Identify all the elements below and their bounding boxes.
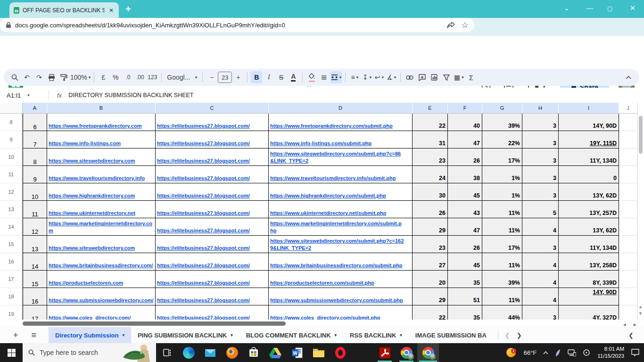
format-currency-button[interactable]: £	[98, 71, 109, 83]
cell-e11[interactable]: 24	[413, 166, 448, 183]
increase-decimal-button[interactable]: .00	[134, 71, 146, 83]
print-icon[interactable]	[46, 71, 57, 83]
cell-d10[interactable]: https://www.siteswebdirectory.com/submit…	[269, 148, 413, 166]
temperature-label[interactable]: 66°F	[524, 349, 537, 356]
cell-j17[interactable]	[619, 271, 637, 288]
cell-b9[interactable]: https://www.info-listings.com	[47, 131, 156, 148]
row-number[interactable]: 18	[0, 288, 23, 305]
share-page-icon[interactable]	[447, 22, 455, 29]
column-header-g[interactable]: G	[482, 103, 522, 114]
cell-h14[interactable]: 4	[522, 218, 559, 236]
url-link[interactable]: https://www.highrankdirectory.com	[47, 192, 136, 200]
cell-i14[interactable]: 13Y, 62D	[559, 218, 619, 236]
cell-g13[interactable]: 11%	[482, 201, 522, 218]
cell-h10[interactable]: 3	[522, 148, 559, 166]
mail-icon[interactable]	[199, 343, 221, 362]
edge-icon[interactable]	[178, 343, 199, 362]
row-number[interactable]: 10	[0, 148, 23, 166]
increase-font-size-button[interactable]: +	[232, 71, 244, 83]
url-link[interactable]: https://elitebusiness27.blogspot.com/	[156, 140, 256, 148]
chrome-active-icon[interactable]	[417, 343, 439, 362]
vertical-scrollbar-thumb[interactable]	[639, 116, 643, 154]
cell-a19[interactable]: 17	[23, 305, 47, 320]
cell-g14[interactable]: 11%	[482, 218, 522, 236]
tab-close-icon[interactable]: ✕	[107, 7, 115, 14]
cell-j10[interactable]	[619, 148, 637, 166]
cell-b16[interactable]: https://www.britainbusinessdirectory.com…	[47, 253, 156, 271]
cell-i16[interactable]: 13Y, 258D	[559, 253, 619, 271]
decrease-font-size-button[interactable]: −	[206, 71, 217, 83]
column-header-e[interactable]: E	[413, 103, 448, 114]
opera-icon[interactable]	[330, 343, 351, 362]
cell-c12[interactable]: https://elitebusiness27.blogspot.com/	[156, 183, 269, 201]
zoom-select[interactable]: 100%▾	[70, 71, 91, 83]
merge-cells-button[interactable]: ▾	[330, 71, 342, 83]
url-link[interactable]: https://elitebusiness27.blogspot.com/	[156, 227, 256, 235]
sheet-tab-dropdown-icon[interactable]: ▾	[400, 333, 402, 337]
address-bar[interactable]: docs.google.com/spreadsheets/d/1kk94uvix…	[0, 18, 474, 32]
window-minimize-icon[interactable]: —	[586, 4, 593, 12]
column-header-j[interactable]: J	[619, 103, 637, 114]
url-link[interactable]: https://elitebusiness27.blogspot.com/	[156, 262, 256, 270]
cell-h16[interactable]: 4	[522, 253, 559, 271]
cell-e8[interactable]: 22	[413, 114, 448, 131]
number-format-button[interactable]: 123	[147, 71, 158, 83]
cell-d18[interactable]: https://www.submissionwebdirectory.com/s…	[269, 288, 413, 305]
insert-comment-icon[interactable]	[416, 71, 428, 83]
cell-a18[interactable]: 16	[23, 288, 47, 305]
collapse-toolbar-icon[interactable]	[623, 71, 634, 83]
network-icon[interactable]	[568, 349, 576, 356]
row-number[interactable]: 16	[0, 253, 23, 271]
cell-e13[interactable]: 26	[413, 201, 448, 218]
cell-c13[interactable]: https://elitebusiness27.blogspot.com/	[156, 201, 269, 218]
url-link[interactable]: https://www.info-listings.com/submit.php	[269, 140, 379, 148]
cell-g11[interactable]: 1%	[482, 166, 522, 183]
cell-e10[interactable]: 23	[413, 148, 448, 166]
fill-color-button[interactable]	[306, 71, 317, 83]
cell-a11[interactable]: 9	[23, 166, 47, 183]
cell-e16[interactable]: 27	[413, 253, 448, 271]
cell-c17[interactable]: https://elitebusiness27.blogspot.com/	[156, 271, 269, 288]
cell-d12[interactable]: https://www.highrankdirectory.com/submit…	[269, 183, 413, 201]
cell-b17[interactable]: https://productselectoren.com	[47, 271, 156, 288]
bookmark-star-icon[interactable]: ☆	[462, 20, 469, 30]
cell-f10[interactable]: 26	[448, 148, 482, 166]
column-header-b[interactable]: B	[47, 103, 156, 114]
column-header-i[interactable]: I	[559, 103, 619, 114]
cell-h8[interactable]: 3	[522, 114, 559, 131]
word-icon[interactable]: W	[286, 343, 308, 362]
cell-c18[interactable]: https://elitebusiness27.blogspot.com/	[156, 288, 269, 305]
filter-icon[interactable]	[441, 71, 452, 83]
url-link[interactable]: https://www.submissionwebdirectory.com/s…	[269, 297, 411, 305]
tabs-scroll-left-icon[interactable]: ❮	[505, 332, 510, 339]
row-number[interactable]: 11	[0, 166, 23, 183]
window-close-icon[interactable]: ✕	[630, 4, 636, 12]
browser-tab[interactable]: OFF PAGE SEO or BACKLINK SHE ✕	[9, 2, 119, 18]
select-all-corner[interactable]	[0, 103, 23, 114]
url-link[interactable]: https://www.freetoprankdirectory.com	[47, 123, 143, 131]
url-link[interactable]: https://productselectoren.com/submit.php	[269, 280, 382, 288]
font-size-input[interactable]: 23	[218, 72, 232, 83]
url-link[interactable]: https://elitebusiness27.blogspot.com/	[156, 314, 256, 320]
cell-f19[interactable]: 35	[448, 305, 482, 320]
scroll-down-icon[interactable]: ▼	[638, 311, 643, 316]
scroll-up-icon[interactable]: ▲	[638, 304, 643, 309]
redo-icon[interactable]: ↷	[33, 71, 45, 83]
cell-g12[interactable]: 1%	[482, 183, 522, 201]
formula-input[interactable]: DIRECTORY SUBMISSION BACKLINK SHEET	[68, 92, 193, 99]
cell-d8[interactable]: https://www.freetoprankdirectory.com/sub…	[269, 114, 413, 131]
url-link[interactable]: https://www.siteswebdirectory.com/submit…	[269, 238, 412, 253]
cell-a16[interactable]: 14	[23, 253, 47, 271]
firefox-icon[interactable]	[221, 343, 243, 362]
font-select[interactable]: Googl...▾	[165, 71, 199, 83]
url-link[interactable]: https://www.marketinginternetdirectory.c…	[269, 220, 412, 235]
table-views-button[interactable]: ▦▾	[453, 71, 464, 83]
cell-f16[interactable]: 45	[448, 253, 482, 271]
url-link[interactable]: https://www.marketinginternetdirectory.c…	[47, 220, 155, 235]
cell-e17[interactable]: 20	[413, 271, 448, 288]
format-percent-button[interactable]: %	[110, 71, 121, 83]
pen-tray-icon[interactable]	[555, 349, 561, 357]
cell-h19[interactable]: 3	[522, 305, 559, 320]
task-view-button[interactable]	[156, 343, 178, 362]
cell-e12[interactable]: 30	[413, 183, 448, 201]
